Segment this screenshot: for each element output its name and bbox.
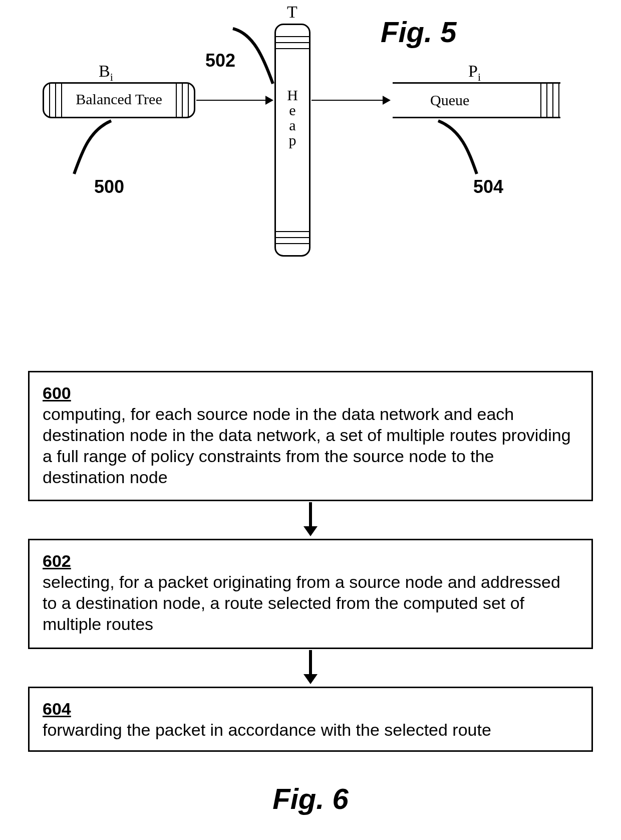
balanced-tree-axis-label: Bi <box>99 62 113 84</box>
flow-step-600: 600 computing, for each source node in t… <box>28 371 593 501</box>
arrowhead-heap-to-queue <box>383 96 391 105</box>
queue-axis-label: Pi <box>468 62 481 84</box>
figure-5-title: Fig. 5 <box>381 15 456 49</box>
arrowhead-602-to-604 <box>303 674 318 684</box>
arrow-shaft-600-to-602 <box>309 502 312 527</box>
flow-step-600-text: computing, for each source node in the d… <box>43 404 571 487</box>
flow-step-602-ref: 602 <box>43 551 71 570</box>
balanced-tree-label-base: B <box>99 62 110 80</box>
flow-step-600-ref: 600 <box>43 383 71 402</box>
flow-step-604-ref: 604 <box>43 699 71 718</box>
queue-label-base: P <box>468 62 478 80</box>
arrow-shaft-602-to-604 <box>309 650 312 675</box>
queue-text: Queue <box>430 92 469 109</box>
leader-502 <box>230 26 275 86</box>
queue-box: Queue <box>393 82 560 118</box>
arrow-shaft-btree-to-heap <box>196 100 266 101</box>
figure-6-title: Fig. 6 <box>0 782 621 815</box>
balanced-tree-box: Balanced Tree <box>43 82 195 118</box>
heap-char-2: a <box>276 118 309 133</box>
flow-step-602-text: selecting, for a packet originating from… <box>43 572 560 634</box>
heap-box: H e a p <box>274 24 310 257</box>
queue-label-sub: i <box>478 71 481 83</box>
flow-step-604: 604 forwarding the packet in accordance … <box>28 687 593 752</box>
balanced-tree-label-sub: i <box>110 71 113 83</box>
heap-axis-label: T <box>287 3 297 22</box>
leader-504 <box>436 120 481 175</box>
heap-char-1: e <box>276 103 309 118</box>
refnum-502: 502 <box>205 50 235 71</box>
refnum-500: 500 <box>94 176 124 197</box>
arrowhead-btree-to-heap <box>265 96 273 105</box>
arrowhead-600-to-602 <box>303 526 318 536</box>
heap-char-3: p <box>276 133 309 148</box>
leader-500 <box>70 120 115 175</box>
page: Fig. 5 Bi Balanced Tree T H e a p Pi Que… <box>0 0 621 840</box>
flow-step-602: 602 selecting, for a packet originating … <box>28 539 593 649</box>
heap-text: H e a p <box>276 88 309 148</box>
arrow-shaft-heap-to-queue <box>312 100 384 101</box>
refnum-504: 504 <box>473 176 503 197</box>
flow-step-604-text: forwarding the packet in accordance with… <box>43 720 491 739</box>
balanced-tree-text: Balanced Tree <box>44 91 194 108</box>
heap-char-0: H <box>276 88 309 103</box>
